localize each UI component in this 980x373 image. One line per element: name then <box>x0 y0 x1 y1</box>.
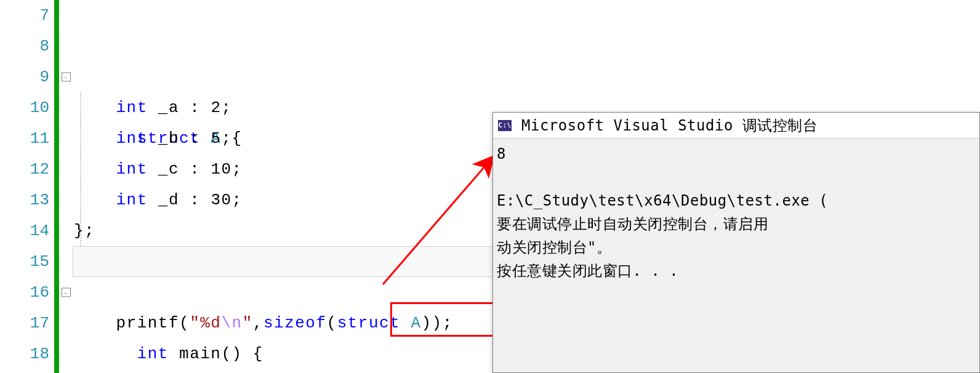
function-call: printf <box>116 314 179 332</box>
fold-toggle-icon[interactable]: - <box>62 73 71 82</box>
bitfield-width: 5 <box>211 129 221 148</box>
identifier: _b <box>158 129 179 148</box>
console-title-text: Microsoft Visual Studio 调试控制台 <box>521 116 817 135</box>
line-number: 8 <box>0 31 49 62</box>
paren-open: ( <box>179 314 190 332</box>
identifier: _c <box>158 160 179 178</box>
string-escape: \n <box>221 314 242 332</box>
colon: : <box>190 160 200 178</box>
keyword-int: int <box>116 129 147 148</box>
comma: , <box>253 314 263 332</box>
line-number: 18 <box>0 339 49 369</box>
line-number: 16 <box>0 277 49 308</box>
line-number: 13 <box>0 185 49 215</box>
debug-console-window[interactable]: C:\ Microsoft Visual Studio 调试控制台 8 E:\C… <box>492 112 980 373</box>
line-number-gutter: 7 8 9 10 11 12 13 14 15 16 17 18 <box>0 0 54 373</box>
type-name: A <box>411 314 421 332</box>
string-quote: " <box>190 314 200 332</box>
string-quote: " <box>243 314 253 332</box>
bitfield-width: 2 <box>211 98 221 117</box>
keyword-int: int <box>116 160 147 178</box>
brace-close-semicolon: }; <box>74 222 95 240</box>
semicolon: ; <box>222 129 232 148</box>
identifier: _a <box>158 98 179 117</box>
line-number: 9 <box>0 62 49 92</box>
line-number: 14 <box>0 215 49 246</box>
line-number: 10 <box>0 92 49 123</box>
paren-open: ( <box>327 314 337 332</box>
bitfield-width: 10 <box>211 160 231 178</box>
colon: : <box>190 129 200 148</box>
colon: : <box>190 98 200 117</box>
console-output[interactable]: 8 E:\C_Study\test\x64\Debug\test.exe ( 要… <box>493 138 979 286</box>
change-marker-bar <box>54 0 59 373</box>
semicolon: ; <box>232 160 243 178</box>
paren-close: ) <box>422 314 432 332</box>
bitfield-width: 30 <box>211 191 231 209</box>
line-number: 12 <box>0 154 49 185</box>
keyword-sizeof: sizeof <box>263 314 327 332</box>
colon: : <box>190 191 200 209</box>
line-number: 7 <box>0 0 49 31</box>
keyword-struct: struct <box>337 314 401 332</box>
semicolon: ; <box>232 191 243 209</box>
identifier: _d <box>158 191 179 209</box>
paren-close-semicolon: ); <box>432 314 453 332</box>
keyword-int: int <box>116 191 147 209</box>
fold-toggle-icon[interactable]: - <box>62 288 71 297</box>
keyword-int: int <box>116 98 147 117</box>
line-number: 17 <box>0 308 49 339</box>
console-icon: C:\ <box>498 120 512 131</box>
line-number: 11 <box>0 123 49 154</box>
line-number: 15 <box>0 246 49 277</box>
console-titlebar[interactable]: C:\ Microsoft Visual Studio 调试控制台 <box>493 113 979 138</box>
string-format: %d <box>200 314 221 332</box>
semicolon: ; <box>222 98 232 117</box>
